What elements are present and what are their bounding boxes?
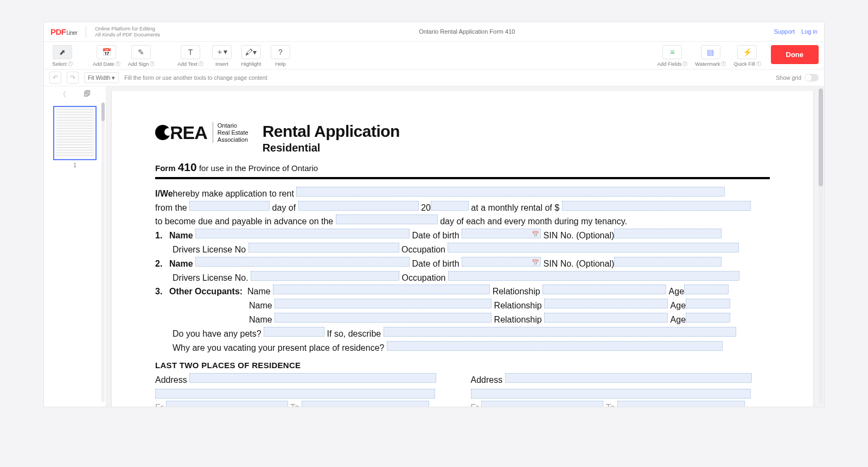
doc-title: Rental Application (263, 122, 400, 141)
field-rent-amount[interactable] (562, 201, 751, 211)
field-occ-1[interactable] (448, 243, 739, 253)
fields-icon: ≡ (662, 45, 682, 59)
field-sin-2[interactable] (614, 257, 722, 267)
text-icon: T (181, 45, 200, 59)
page-number: 1 (73, 162, 76, 168)
select-tool[interactable]: ⬈Selecti (49, 44, 75, 68)
add-sign-tool[interactable]: ✎Add Signi (126, 44, 157, 68)
field-occ-2[interactable] (448, 271, 739, 281)
field-age-1[interactable] (684, 285, 729, 294)
field-dl-1[interactable] (248, 243, 399, 253)
thumb-scrollbar[interactable] (101, 103, 105, 402)
pages-icon[interactable]: 🗐 (84, 90, 91, 99)
field-occ-name-2[interactable] (275, 299, 492, 308)
field-to-a[interactable] (302, 401, 429, 407)
cursor-icon: ⬈ (53, 45, 72, 59)
plus-icon: ＋▾ (212, 45, 232, 59)
hint-text: Fill the form or use another tools to ch… (124, 74, 267, 81)
canvas-scrollbar[interactable] (819, 89, 823, 405)
done-button[interactable]: Done (771, 45, 819, 64)
pdf-page: REA OntarioReal EstateAssociation Rental… (112, 91, 813, 407)
signature-icon: ✎ (131, 45, 151, 59)
field-dob-2[interactable] (462, 257, 541, 267)
support-link[interactable]: Support (774, 28, 795, 35)
field-due-day[interactable] (336, 214, 438, 224)
toggle-switch (805, 74, 819, 81)
heavy-rule (155, 177, 770, 179)
field-occ-name-3[interactable] (275, 313, 492, 323)
main-toolbar: ⬈Selecti 📅Add Datei ✎Add Signi TAdd Text… (44, 42, 824, 70)
add-date-tool[interactable]: 📅Add Datei (91, 44, 123, 68)
field-from-year[interactable] (431, 201, 469, 211)
field-rel-3[interactable] (544, 313, 668, 323)
field-age-3[interactable] (686, 313, 730, 323)
orea-logo: REA OntarioReal EstateAssociation (155, 122, 248, 143)
top-bar: PDFLiner Online Platform for Editing All… (44, 22, 824, 42)
document-title: Ontario Rental Application Form 410 (160, 28, 774, 35)
add-fields-tool[interactable]: ≡Add Fieldsi (655, 44, 690, 68)
field-age-2[interactable] (686, 299, 730, 308)
thumbnail-panel: 〈 🗐 1 (44, 86, 106, 407)
page-thumbnail-1[interactable] (53, 106, 97, 160)
field-name-2[interactable] (195, 257, 410, 267)
calendar-icon: 📅 (97, 45, 116, 59)
field-from-day[interactable] (189, 201, 270, 211)
add-text-tool[interactable]: TAdd Texti (175, 44, 206, 68)
field-sin-1[interactable] (614, 229, 722, 238)
field-pets-yn[interactable] (264, 327, 324, 337)
insert-tool[interactable]: ＋▾Insert (209, 44, 235, 68)
highlight-tool[interactable]: 🖍▾Highlight (238, 44, 264, 68)
watermark-tool[interactable]: ▤Watermarki (693, 44, 728, 68)
doc-subtitle: Residential (263, 142, 400, 154)
watermark-icon: ▤ (701, 45, 720, 59)
brand-tagline: Online Platform for Editing All Kinds of… (95, 26, 160, 38)
bolt-icon: ⚡ (737, 45, 757, 59)
field-pets-desc[interactable] (384, 327, 736, 337)
field-addr-b1[interactable] (505, 373, 752, 383)
field-from-month[interactable] (298, 201, 419, 211)
show-grid-toggle[interactable]: Show grid (776, 74, 819, 81)
divider (86, 26, 86, 37)
top-links: Support Log in (774, 28, 818, 35)
field-from-a[interactable] (166, 401, 288, 407)
field-addr-a2[interactable] (155, 389, 435, 399)
field-addr-a1[interactable] (189, 373, 436, 383)
field-addr-b2[interactable] (471, 389, 751, 399)
field-to-b[interactable] (617, 401, 745, 407)
highlighter-icon: 🖍▾ (241, 45, 261, 59)
undo-button[interactable]: ↶ (49, 72, 61, 84)
question-icon: ? (271, 45, 290, 59)
brand-logo: PDFLiner (50, 27, 77, 36)
field-vacate-reason[interactable] (387, 341, 723, 351)
field-dl-2[interactable] (251, 271, 399, 281)
zoom-select[interactable]: Fit Width ▾ (84, 72, 119, 83)
field-rel-1[interactable] (542, 285, 666, 294)
brand: PDFLiner Online Platform for Editing All… (50, 26, 160, 38)
field-property[interactable] (296, 187, 725, 197)
field-occ-name-1[interactable] (273, 285, 490, 294)
field-rel-2[interactable] (544, 299, 668, 308)
field-name-1[interactable] (195, 229, 410, 238)
help-tool[interactable]: ?Help (267, 44, 293, 68)
canvas: REA OntarioReal EstateAssociation Rental… (106, 86, 824, 407)
app-window: PDFLiner Online Platform for Editing All… (43, 22, 825, 407)
workspace: 〈 🗐 1 REA OntarioReal EstateAssociation (44, 86, 824, 407)
field-from-b[interactable] (481, 401, 603, 407)
quick-fill-tool[interactable]: ⚡Quick Filli (731, 44, 763, 68)
field-dob-1[interactable] (462, 229, 541, 238)
back-icon[interactable]: 〈 (59, 90, 66, 99)
login-link[interactable]: Log in (801, 28, 818, 35)
options-bar: ↶ ↷ Fit Width ▾ Fill the form or use ano… (44, 70, 824, 86)
form-line: Form 410 for use in the Province of Onta… (155, 161, 770, 174)
redo-button[interactable]: ↷ (67, 72, 79, 84)
section-last-two: LAST TWO PLACES OF RESIDENCE (155, 359, 770, 371)
